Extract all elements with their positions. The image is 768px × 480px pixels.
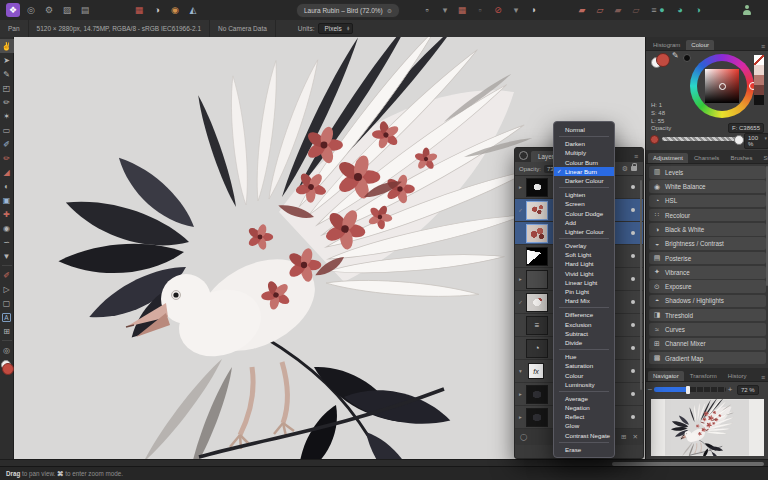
layer-red-sprig-thumbnail[interactable]	[526, 201, 548, 220]
menu-item-divide[interactable]: Divide	[554, 338, 614, 347]
menu-item-luminosity[interactable]: Luminosity	[554, 380, 614, 389]
insert-on-top-icon[interactable]: ◑	[691, 3, 705, 17]
smudge-tool[interactable]: ∽	[0, 235, 14, 249]
layer-expand-icon[interactable]: ✓	[515, 299, 526, 305]
menu-item-normal[interactable]: Normal	[554, 125, 614, 134]
menu-item-multiply[interactable]: Multiply	[554, 148, 614, 157]
auto-colours-icon[interactable]: ◉	[168, 3, 182, 17]
flood-select-tool[interactable]: ✶	[0, 109, 14, 123]
tab-stock[interactable]: Stock	[758, 153, 768, 163]
menu-item-colour-burn[interactable]: Colour Burn	[554, 158, 614, 167]
snap-caret-icon[interactable]: ▾	[509, 3, 523, 17]
layer-expand-icon[interactable]: ✓	[515, 207, 526, 213]
menu-item-glow[interactable]: Glow	[554, 421, 614, 430]
adjustment-vibrance[interactable]: ✦Vibrance	[649, 266, 766, 279]
layer-leaves-1-thumbnail[interactable]	[526, 385, 548, 404]
layers-colour-icon[interactable]	[519, 151, 528, 160]
transform-origin-icon[interactable]: ▫	[420, 3, 434, 17]
auto-levels-icon[interactable]: ▦	[132, 3, 146, 17]
layer-wing-mask-thumbnail[interactable]	[526, 247, 548, 266]
menu-item-darken[interactable]: Darken	[554, 139, 614, 148]
liquify-persona[interactable]: ◎	[24, 3, 38, 17]
adjustment-white-balance[interactable]: ◉White Balance	[649, 180, 766, 193]
units-select[interactable]: Pixels	[318, 23, 352, 34]
layer-visibility-toggle[interactable]	[631, 231, 635, 235]
blur-tool[interactable]: ◉	[0, 221, 14, 235]
adjustment-gradient-map[interactable]: ▩Gradient Map	[649, 352, 766, 365]
add-layer-icon[interactable]: ⊞	[621, 433, 626, 441]
colour-picker-tool[interactable]: ✎	[0, 67, 14, 81]
layer-vector-circle-thumbnail[interactable]: ◔	[526, 339, 548, 358]
menu-item-saturation[interactable]: Saturation	[554, 361, 614, 370]
layer-expand-icon[interactable]: ▸	[515, 276, 526, 282]
layers-scrollbar[interactable]	[640, 180, 642, 390]
paint-brush-tool[interactable]: ✐	[0, 137, 14, 151]
photo-persona[interactable]: ❖	[6, 3, 20, 17]
menu-item-screen[interactable]: Screen	[554, 199, 614, 208]
assistant-icon[interactable]: ◗	[527, 3, 541, 17]
adjustment-posterise[interactable]: ▤Posterise	[649, 252, 766, 265]
adjustment-channel-mixer[interactable]: ⊞Channel Mixer	[649, 338, 766, 351]
tool-colour-well[interactable]	[1, 360, 13, 374]
zoom-slider[interactable]	[654, 387, 726, 392]
export-persona[interactable]: ▤	[78, 3, 92, 17]
opacity-value[interactable]: 100 %	[744, 133, 768, 149]
zoom-value[interactable]: 72 %	[737, 385, 759, 395]
zoom-slider-knob[interactable]	[686, 386, 690, 394]
adjustment-black-white[interactable]: ◑Black & White	[649, 223, 766, 236]
pixel-grid-icon[interactable]: ▫	[473, 3, 487, 17]
primary-colour-swatch[interactable]	[656, 53, 670, 67]
insert-inside-icon[interactable]: ●	[655, 3, 669, 17]
menu-item-negation[interactable]: Negation	[554, 403, 614, 412]
layer-visibility-toggle[interactable]	[631, 415, 635, 419]
tone-mapping-persona[interactable]: ▨	[60, 3, 74, 17]
layer-leaves-2-thumbnail[interactable]	[526, 408, 548, 427]
menu-item-soft-light[interactable]: Soft Light	[554, 250, 614, 259]
tab-brushes[interactable]: Brushes	[725, 153, 757, 163]
layer-visibility-toggle[interactable]	[631, 369, 635, 373]
menu-item-darker-colour[interactable]: Darker Colour	[554, 176, 614, 185]
layer-adjustment-thumbnail[interactable]: ≡	[526, 316, 548, 335]
layer-expand-icon[interactable]: ▸	[515, 414, 526, 420]
layer-effects-icon[interactable]: ⚙	[622, 165, 628, 173]
move-forward-icon[interactable]: ▱	[593, 3, 607, 17]
clone-stamp-tool[interactable]: ▣	[0, 193, 14, 207]
menu-item-lighten[interactable]: Lighten	[554, 190, 614, 199]
layer-visibility-toggle[interactable]	[631, 185, 635, 189]
develop-persona[interactable]: ⚙	[42, 3, 56, 17]
layer-bird-thumbnail[interactable]	[526, 293, 548, 312]
zoom-tool[interactable]: ◎	[0, 343, 14, 357]
rectangle-tool[interactable]: ▢	[0, 296, 14, 310]
transform-caret-icon[interactable]: ▾	[438, 3, 452, 17]
menu-item-colour[interactable]: Colour	[554, 371, 614, 380]
view-tool[interactable]: ✌	[0, 39, 14, 53]
menu-item-exclusion[interactable]: Exclusion	[554, 320, 614, 329]
menu-item-colour-dodge[interactable]: Colour Dodge	[554, 209, 614, 218]
menu-item-contrast-negate[interactable]: Contrast Negate	[554, 431, 614, 440]
menu-item-pin-light[interactable]: Pin Light	[554, 287, 614, 296]
saturation-marker[interactable]	[719, 83, 726, 90]
marquee-select-tool[interactable]: ▭	[0, 123, 14, 137]
layer-lock-icon[interactable]	[631, 166, 637, 171]
move-to-back-icon[interactable]: ▱	[629, 3, 643, 17]
account-person-icon[interactable]	[742, 5, 751, 15]
tab-channels[interactable]: Channels	[689, 153, 724, 163]
layer-bird-silhouette-thumbnail[interactable]	[526, 178, 548, 197]
navigator-preview[interactable]	[651, 399, 764, 456]
menu-item-overlay[interactable]: Overlay	[554, 241, 614, 250]
menu-item-reflect[interactable]: Reflect	[554, 412, 614, 421]
text-tool[interactable]: A	[0, 310, 14, 324]
tab-transform[interactable]: Transform	[685, 371, 722, 381]
colour-picker-icon[interactable]: ✎	[672, 51, 679, 60]
snapping-off-icon[interactable]: ⊘	[491, 3, 505, 17]
adjustment-levels[interactable]: ▥Levels	[649, 166, 766, 179]
menu-item-hard-light[interactable]: Hard Light	[554, 259, 614, 268]
layer-visibility-toggle[interactable]	[631, 300, 635, 304]
layer-live-filter-thumbnail[interactable]: fx	[528, 363, 544, 379]
menu-item-add[interactable]: Add	[554, 218, 614, 227]
layer-visibility-toggle[interactable]	[631, 392, 635, 396]
layer-expand-icon[interactable]: ▸	[515, 184, 526, 190]
auto-contrast-icon[interactable]: ◑	[150, 3, 164, 17]
tab-navigator[interactable]: Navigator	[648, 371, 684, 381]
menu-item-vivid-light[interactable]: Vivid Light	[554, 269, 614, 278]
